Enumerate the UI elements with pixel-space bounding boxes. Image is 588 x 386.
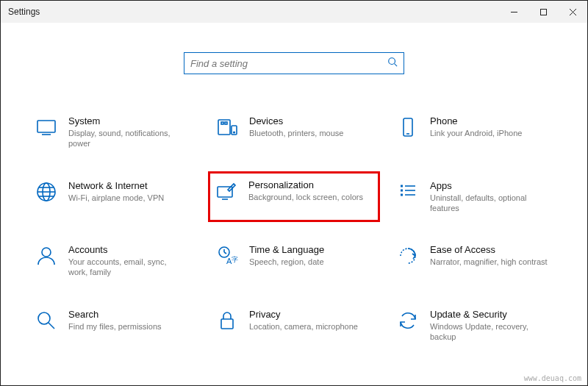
search-box[interactable]: [184, 52, 404, 74]
tile-desc: Bluetooth, printers, mouse: [249, 128, 343, 138]
tile-desc: Wi-Fi, airplane mode, VPN: [68, 193, 164, 203]
tile-personalization[interactable]: Personalization Background, lock screen,…: [208, 171, 380, 223]
ease-icon: [396, 244, 420, 268]
tile-desc: Narrator, magnifier, high contrast: [430, 257, 548, 267]
update-icon: [396, 309, 420, 332]
svg-point-12: [234, 132, 235, 133]
tile-title: Time & Language: [249, 244, 324, 255]
tile-title: Devices: [249, 115, 343, 126]
tile-desc: Display, sound, notifications, power: [68, 128, 186, 149]
tile-desc: Find my files, permissions: [68, 321, 162, 332]
svg-rect-1: [540, 9, 546, 15]
minimize-button[interactable]: [499, 1, 528, 23]
close-button[interactable]: [558, 1, 587, 23]
search-input[interactable]: [190, 58, 387, 69]
system-icon: [35, 115, 58, 139]
apps-icon: [396, 180, 420, 204]
tile-update-security[interactable]: Update & Security Windows Update, recove…: [392, 304, 558, 347]
svg-line-31: [224, 252, 226, 254]
personalization-icon: [215, 179, 238, 203]
tile-desc: Speech, region, date: [249, 257, 324, 267]
tile-phone[interactable]: Phone Link your Android, iPhone: [392, 111, 558, 154]
person-icon: [35, 244, 58, 268]
magnifier-icon: [35, 309, 58, 332]
svg-rect-6: [37, 121, 55, 132]
svg-text:字: 字: [232, 256, 238, 263]
tile-time-language[interactable]: A字 Time & Language Speech, region, date: [211, 240, 377, 282]
window-title: Settings: [8, 7, 40, 17]
tile-title: Network & Internet: [68, 180, 164, 191]
svg-rect-9: [221, 122, 223, 124]
tile-devices[interactable]: Devices Bluetooth, printers, mouse: [211, 111, 377, 154]
tile-title: Phone: [430, 115, 522, 126]
watermark: www.deuaq.com: [524, 374, 581, 382]
tile-title: System: [68, 115, 186, 126]
svg-point-28: [42, 248, 51, 257]
tile-accounts[interactable]: Accounts Your accounts, email, sync, wor…: [30, 240, 196, 282]
svg-rect-36: [221, 319, 233, 329]
tile-ease-of-access[interactable]: Ease of Access Narrator, magnifier, high…: [392, 240, 558, 282]
svg-point-4: [389, 58, 395, 65]
svg-rect-10: [225, 122, 227, 124]
lock-icon: [215, 309, 239, 332]
window-controls: [499, 1, 587, 23]
maximize-button[interactable]: [528, 1, 558, 23]
tile-desc: Background, lock screen, colors: [248, 192, 363, 202]
tile-privacy[interactable]: Privacy Location, camera, microphone: [211, 304, 377, 347]
search-wrap: [23, 52, 565, 74]
titlebar: Settings: [1, 1, 587, 23]
tile-desc: Location, camera, microphone: [249, 321, 358, 332]
settings-grid: System Display, sound, notifications, po…: [23, 111, 565, 346]
tile-apps[interactable]: Apps Uninstall, defaults, optional featu…: [392, 176, 558, 218]
tile-desc: Uninstall, defaults, optional features: [430, 193, 548, 214]
tile-system[interactable]: System Display, sound, notifications, po…: [30, 111, 196, 154]
globe-icon: [35, 180, 58, 204]
tile-title: Apps: [430, 180, 548, 191]
svg-line-5: [395, 64, 398, 67]
phone-icon: [396, 115, 420, 139]
tile-search[interactable]: Search Find my files, permissions: [30, 304, 196, 347]
tile-title: Ease of Access: [430, 244, 548, 255]
tile-title: Update & Security: [430, 309, 548, 320]
svg-point-34: [38, 312, 50, 324]
tile-title: Search: [68, 309, 162, 320]
tile-title: Privacy: [249, 309, 358, 320]
time-language-icon: A字: [215, 244, 239, 268]
svg-line-35: [49, 323, 54, 329]
svg-rect-8: [218, 120, 230, 135]
search-icon: [387, 57, 398, 70]
tile-desc: Your accounts, email, sync, work, family: [68, 257, 186, 278]
devices-icon: [215, 115, 239, 139]
tile-desc: Link your Android, iPhone: [430, 128, 522, 138]
tile-title: Accounts: [68, 244, 186, 255]
tile-desc: Windows Update, recovery, backup: [430, 321, 548, 343]
tile-network[interactable]: Network & Internet Wi-Fi, airplane mode,…: [30, 176, 196, 218]
tile-title: Personalization: [248, 179, 363, 190]
content-area: System Display, sound, notifications, po…: [1, 23, 587, 361]
